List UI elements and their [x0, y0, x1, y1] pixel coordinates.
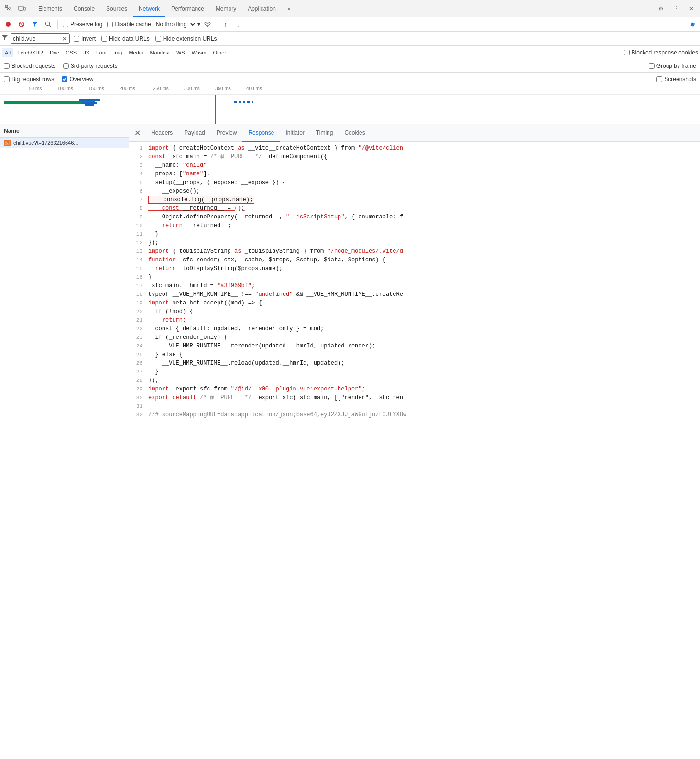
blocked-requests-label[interactable]: Blocked requests: [4, 63, 55, 69]
line-content-12: });: [148, 239, 700, 247]
request-item[interactable]: V child.vue?t=17263216646...: [0, 138, 129, 148]
tab-elements[interactable]: Elements: [33, 0, 68, 17]
hide-extension-urls-label[interactable]: Hide extension URLs: [153, 35, 219, 42]
tab-initiator[interactable]: Initiator: [280, 124, 310, 142]
screenshots-label[interactable]: Screenshots: [656, 76, 696, 83]
disable-cache-checkbox[interactable]: [107, 22, 113, 27]
blocked-cookies-checkbox[interactable]: [624, 50, 630, 55]
code-token: !==: [238, 291, 255, 298]
hide-extension-urls-checkbox[interactable]: [155, 36, 161, 42]
code-viewer[interactable]: 1import { createHotContext as __vite__cr…: [129, 142, 700, 741]
line-content-15: return _toDisplayString($props.name);: [148, 264, 700, 273]
wifi-icon[interactable]: [201, 18, 214, 31]
type-btn-font[interactable]: Font: [93, 48, 109, 57]
type-btn-manifest[interactable]: Manifest: [147, 48, 173, 57]
request-list-body[interactable]: V child.vue?t=17263216646...: [0, 138, 129, 741]
disable-cache-label[interactable]: Disable cache: [105, 21, 153, 28]
preserve-log-label[interactable]: Preserve log: [61, 21, 104, 28]
throttle-select[interactable]: No throttling Fast 3G Slow 3G: [154, 19, 197, 30]
tab-preview[interactable]: Preview: [211, 124, 243, 142]
response-close-button[interactable]: ✕: [131, 127, 143, 139]
tick-250ms: 250 ms: [153, 86, 169, 91]
tab-console[interactable]: Console: [68, 0, 100, 17]
type-btn-js[interactable]: JS: [80, 48, 92, 57]
filter-toggle-button[interactable]: [29, 18, 41, 31]
type-btn-img[interactable]: Img: [110, 48, 125, 57]
throttle-dropdown[interactable]: No throttling Fast 3G Slow 3G ▾: [154, 19, 200, 30]
code-token: default: [172, 394, 200, 401]
code-token: /* @__PURE__ */: [210, 153, 262, 160]
big-request-rows-label[interactable]: Big request rows: [4, 76, 54, 83]
type-btn-media[interactable]: Media: [126, 48, 146, 57]
code-token: );: [338, 360, 344, 367]
tab-more[interactable]: »: [282, 0, 296, 17]
devtools-close-icon[interactable]: ✕: [685, 2, 698, 15]
response-tabs: ✕ Headers Payload Preview Response Initi…: [129, 124, 700, 142]
preserve-log-checkbox[interactable]: [63, 22, 68, 27]
type-btn-wasm[interactable]: Wasm: [189, 48, 209, 57]
clear-button[interactable]: [15, 18, 28, 31]
devtools-more-icon[interactable]: ⋮: [669, 2, 683, 15]
inspect-icon[interactable]: [2, 2, 15, 15]
line-content-11: }: [148, 230, 700, 239]
search-button[interactable]: [42, 18, 55, 31]
line-number-22: 22: [129, 325, 148, 333]
tab-memory[interactable]: Memory: [210, 0, 242, 17]
code-token: __VUE_HMR_RUNTIME__: [172, 291, 238, 298]
line-number-6: 6: [129, 187, 148, 195]
line-number-13: 13: [129, 247, 148, 256]
tab-sources[interactable]: Sources: [100, 0, 133, 17]
hide-data-urls-label[interactable]: Hide data URLs: [99, 35, 152, 42]
tab-network[interactable]: Network: [133, 0, 165, 17]
overview-checkbox[interactable]: [62, 76, 67, 82]
tab-cookies[interactable]: Cookies: [339, 124, 371, 142]
line-content-1: import { createHotContext as __vite__cre…: [148, 144, 700, 152]
tab-timing[interactable]: Timing: [310, 124, 339, 142]
invert-label[interactable]: Invert: [72, 35, 98, 42]
type-btn-css[interactable]: CSS: [63, 48, 80, 57]
tab-application[interactable]: Application: [242, 0, 282, 17]
invert-checkbox[interactable]: [74, 36, 79, 42]
code-token: );: [246, 196, 253, 203]
third-party-checkbox[interactable]: [63, 63, 69, 69]
code-token: {: [169, 248, 179, 255]
filter-input-wrap: ✕: [11, 33, 70, 44]
request-list-header: Name: [0, 124, 129, 138]
blocked-requests-checkbox[interactable]: [4, 63, 10, 69]
big-request-rows-checkbox[interactable]: [4, 76, 10, 82]
third-party-label[interactable]: 3rd-party requests: [63, 63, 117, 69]
tab-payload[interactable]: Payload: [178, 124, 210, 142]
code-token: "undefined": [255, 291, 293, 298]
devtools-settings-icon[interactable]: ⚙: [654, 2, 667, 15]
filter-input[interactable]: [13, 35, 61, 42]
hide-data-urls-checkbox[interactable]: [101, 36, 107, 42]
upload-icon[interactable]: ↑: [220, 19, 231, 30]
type-btn-fetch-xhr[interactable]: Fetch/XHR: [14, 48, 46, 57]
device-toolbar-icon[interactable]: [15, 2, 29, 15]
type-btn-other[interactable]: Other: [210, 48, 229, 57]
record-button[interactable]: [2, 18, 14, 31]
overview-label[interactable]: Overview: [62, 76, 93, 83]
devtools-header-icons: [2, 2, 29, 15]
overview-right: Screenshots: [656, 76, 696, 83]
tick-100ms: 100 ms: [57, 86, 73, 91]
code-token: function: [148, 257, 179, 263]
group-by-frame-label[interactable]: Group by frame: [649, 63, 696, 69]
group-by-frame-checkbox[interactable]: [649, 63, 655, 69]
timeline-area[interactable]: 50 ms 100 ms 150 ms 200 ms 250 ms 300 ms…: [0, 86, 700, 124]
tick-150ms: 150 ms: [88, 86, 104, 91]
type-btn-all[interactable]: All: [2, 48, 13, 57]
type-btn-doc[interactable]: Doc: [47, 48, 62, 57]
network-settings-icon[interactable]: [686, 18, 698, 31]
tab-performance[interactable]: Performance: [165, 0, 210, 17]
download-icon[interactable]: ↓: [232, 19, 244, 30]
code-token: updated: [255, 360, 279, 367]
blocked-cookies-label[interactable]: Blocked response cookies: [624, 49, 698, 56]
filter-clear-button[interactable]: ✕: [62, 35, 67, 43]
tab-response[interactable]: Response: [242, 124, 280, 142]
type-btn-ws[interactable]: WS: [174, 48, 188, 57]
code-token: _cache: [241, 257, 262, 263]
screenshots-checkbox[interactable]: [656, 76, 662, 82]
tab-headers[interactable]: Headers: [145, 124, 178, 142]
line-content-31: [148, 402, 700, 411]
